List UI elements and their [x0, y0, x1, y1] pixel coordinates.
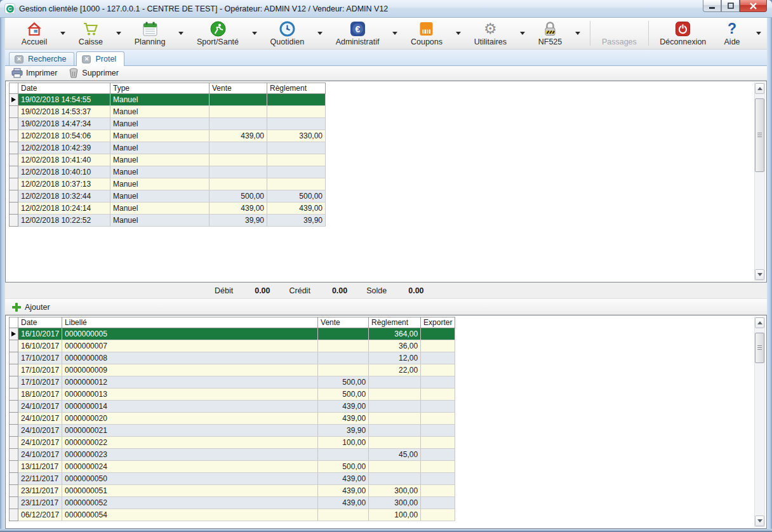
table-row[interactable]: 24/10/20170000000020439,00 [10, 413, 455, 425]
table-row[interactable]: 23/11/20170000000052439,00300,00 [10, 497, 455, 509]
table-row[interactable]: 16/10/20170000000005364,00 [10, 328, 455, 340]
table-row[interactable]: 12/02/2018 10:22:52Manuel39,9039,90 [10, 215, 326, 227]
row-selector[interactable] [10, 94, 18, 106]
toolbar-dropdown-aide[interactable] [750, 18, 767, 49]
column-header[interactable]: Date [18, 83, 110, 94]
delete-button[interactable]: Supprimer [69, 68, 119, 78]
row-selector[interactable] [10, 364, 18, 376]
close-tab-icon[interactable]: ✕ [15, 55, 23, 63]
row-selector[interactable] [10, 166, 18, 178]
title-bar[interactable]: C Gestion clientèle [1000 - 127.0.0.1 - … [0, 0, 772, 18]
column-header[interactable]: Exporter [421, 317, 455, 328]
row-selector[interactable] [10, 203, 18, 215]
toolbar-button-planning[interactable]: Planning [127, 18, 173, 49]
table-row[interactable]: 17/10/2017000000000812,00 [10, 352, 455, 364]
row-selector[interactable] [10, 328, 18, 340]
table-row[interactable]: 12/02/2018 10:37:13Manuel [10, 178, 326, 190]
row-selector[interactable] [10, 154, 18, 166]
toolbar-dropdown-sport-sante[interactable] [246, 18, 263, 49]
transactions-scrollbar[interactable] [754, 83, 765, 281]
toolbar-dropdown-quotidien[interactable] [312, 18, 328, 49]
table-row[interactable]: 19/02/2018 14:54:55Manuel [10, 94, 326, 106]
toolbar-dropdown-caisse[interactable] [110, 18, 127, 49]
row-selector[interactable] [10, 437, 18, 449]
toolbar-button-sport-sante[interactable]: Sport/Santé [189, 18, 246, 49]
print-button[interactable]: Imprimer [11, 68, 57, 78]
column-header[interactable]: Vente [318, 317, 369, 328]
row-selector[interactable] [10, 509, 18, 521]
row-selector[interactable] [10, 461, 18, 473]
row-selector[interactable] [10, 106, 18, 118]
toolbar-button-accueil[interactable]: Accueil [14, 18, 55, 49]
table-row[interactable]: 12/02/2018 10:41:40Manuel [10, 154, 326, 166]
toolbar-button-nf525[interactable]: NF525 [531, 18, 569, 49]
close-button[interactable] [740, 0, 767, 12]
row-selector[interactable] [10, 118, 18, 130]
table-row[interactable]: 13/11/20170000000024500,00 [10, 461, 455, 473]
toolbar-dropdown-nf525[interactable] [569, 18, 586, 49]
table-row[interactable]: 24/10/2017000000002139,90 [10, 425, 455, 437]
table-row[interactable]: 06/12/20170000000054100,00 [10, 509, 455, 521]
toolbar-dropdown-coupons[interactable] [450, 18, 467, 49]
toolbar-button-coupons[interactable]: Coupons [403, 18, 450, 49]
table-row[interactable]: 16/10/2017000000000736,00 [10, 340, 455, 352]
toolbar-button-aide[interactable]: ?Aide [714, 18, 750, 49]
row-selector[interactable] [10, 190, 18, 203]
row-selector[interactable] [10, 130, 18, 142]
row-selector[interactable] [10, 497, 18, 509]
toolbar-button-caisse[interactable]: Caisse [71, 18, 110, 49]
close-tab-icon[interactable]: ✕ [82, 55, 91, 63]
toolbar-dropdown-administratif[interactable] [387, 18, 403, 49]
row-selector[interactable] [10, 142, 18, 154]
table-row[interactable]: 24/10/20170000000014439,00 [10, 401, 455, 413]
table-row[interactable]: 24/10/20170000000022100,00 [10, 437, 455, 449]
column-header[interactable]: Date [18, 317, 62, 328]
documents-scrollbar[interactable] [754, 317, 765, 527]
row-selector[interactable] [10, 485, 18, 497]
row-selector[interactable] [10, 425, 18, 437]
row-selector[interactable] [10, 401, 18, 413]
toolbar-button-quotidien[interactable]: Quotidien [263, 18, 312, 49]
scroll-up-button[interactable] [755, 317, 764, 328]
column-header[interactable]: Règlement [267, 83, 326, 94]
row-selector[interactable] [10, 178, 18, 190]
table-row[interactable]: 19/02/2018 14:47:34Manuel [10, 118, 326, 130]
row-selector[interactable] [10, 449, 18, 461]
row-selector[interactable] [10, 389, 18, 401]
table-row[interactable]: 23/11/20170000000051439,00300,00 [10, 485, 455, 497]
tab-recherche[interactable]: ✕Recherche [9, 52, 74, 65]
table-row[interactable]: 17/10/20170000000012500,00 [10, 376, 455, 389]
table-row[interactable]: 24/10/2017000000002345,00 [10, 449, 455, 461]
table-row[interactable]: 17/10/2017000000000922,00 [10, 364, 455, 376]
column-header[interactable]: Règlement [369, 317, 421, 328]
toolbar-button-deconnexion[interactable]: Déconnexion [653, 18, 714, 49]
table-row[interactable]: 12/02/2018 10:42:39Manuel [10, 142, 326, 154]
row-selector[interactable] [10, 340, 18, 352]
table-row[interactable]: 19/02/2018 14:53:37Manuel [10, 106, 326, 118]
scroll-down-button[interactable] [755, 269, 764, 280]
row-selector[interactable] [10, 413, 18, 425]
toolbar-button-administratif[interactable]: €Administratif [328, 18, 387, 49]
toolbar-dropdown-planning[interactable] [173, 18, 189, 49]
table-row[interactable]: 12/02/2018 10:32:44Manuel500,00500,00 [10, 190, 326, 203]
row-selector[interactable] [10, 376, 18, 389]
toolbar-dropdown-accueil[interactable] [55, 18, 71, 49]
table-row[interactable]: 12/02/2018 10:54:06Manuel439,00330,00 [10, 130, 326, 142]
toolbar-button-utilitaires[interactable]: ⚙Utilitaires [467, 18, 514, 49]
toolbar-dropdown-utilitaires[interactable] [514, 18, 531, 49]
table-row[interactable]: 18/10/20170000000013500,00 [10, 389, 455, 401]
table-row[interactable]: 12/02/2018 10:40:10Manuel [10, 166, 326, 178]
row-selector[interactable] [10, 473, 18, 485]
column-header[interactable]: Type [110, 83, 210, 94]
column-header[interactable]: Vente [210, 83, 267, 94]
minimize-button[interactable] [703, 0, 721, 12]
table-row[interactable]: 12/02/2018 10:24:14Manuel439,00439,00 [10, 203, 326, 215]
scroll-thumb[interactable] [755, 333, 764, 363]
tab-protel[interactable]: ✕Protel [76, 51, 124, 66]
scroll-thumb[interactable] [755, 98, 764, 172]
row-selector[interactable] [10, 215, 18, 227]
restore-button[interactable] [721, 0, 740, 12]
column-header[interactable]: Libellé [62, 317, 318, 328]
table-row[interactable]: 22/11/20170000000050439,00 [10, 473, 455, 485]
scroll-down-button[interactable] [755, 515, 764, 526]
